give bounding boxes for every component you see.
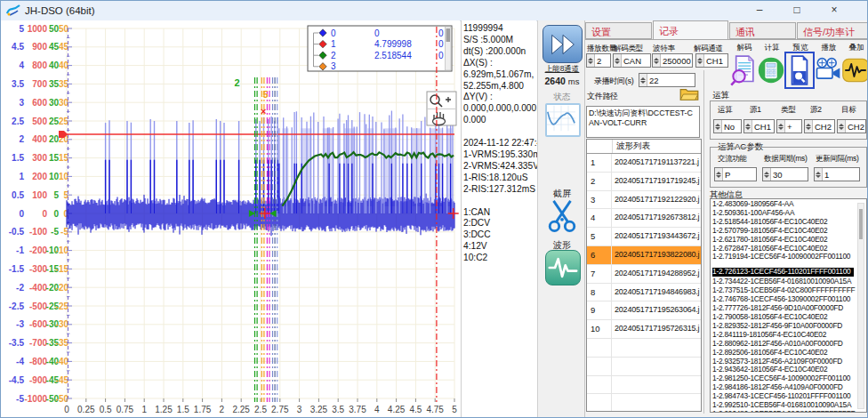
svg-text:0: 0 [53, 209, 59, 219]
svg-text:600: 600 [32, 98, 47, 108]
spinner-arrows[interactable] [587, 54, 595, 67]
spinner-arrows[interactable] [653, 54, 661, 67]
status-label: 状态 [538, 92, 586, 103]
table-row[interactable] [587, 339, 701, 358]
svg-text:-1.5: -1.5 [9, 264, 25, 274]
table-row[interactable]: 12024051717191137221.j [587, 154, 701, 173]
table-row[interactable]: 32024051717192122920.j [587, 191, 701, 210]
op-target-spinner[interactable]: CH2 [837, 119, 866, 133]
legend-scrollbar-handle[interactable] [446, 28, 451, 42]
list-item[interactable]: 1-2.996486-1CEB56F4-02C800FFFFFFFFFF [712, 410, 866, 413]
table-row[interactable]: 82024051717194846983.j [587, 284, 701, 302]
measurement-info-panel: 11999994S/S :5.000Mdt(S) :200.000nΔX(S) … [461, 20, 536, 418]
tab-signal-power[interactable]: 信号/功率计 [797, 22, 868, 39]
waveform-file-table[interactable]: 波形列表 12024051717191137221.j2202405171719… [586, 139, 702, 412]
svg-text:-800: -800 [29, 357, 47, 366]
waveform-plot[interactable]: 54.543.532.521.510.50-0.5-1-1.5-2-2.5-3-… [1, 20, 460, 418]
app-window: JH-DSO (64bit) – □ × 54.543.532.521.510.… [0, 0, 868, 418]
tab-communication[interactable]: 通讯 [729, 22, 796, 39]
svg-text:100: 100 [32, 190, 47, 200]
minimize-button[interactable]: – [741, 1, 778, 20]
svg-text:-2.5: -2.5 [9, 301, 25, 311]
maximize-button[interactable]: □ [778, 1, 816, 20]
browse-folder-button[interactable] [678, 86, 701, 102]
svg-text:-4: -4 [16, 357, 24, 366]
waveform-button[interactable] [545, 250, 581, 285]
tab-divider [585, 39, 868, 40]
spinner-arrows[interactable] [639, 74, 647, 86]
svg-text:0: 0 [438, 39, 444, 49]
svg-text:0.5: 0.5 [12, 190, 24, 200]
overlay-button[interactable] [842, 53, 868, 87]
table-row[interactable] [587, 376, 701, 395]
ac-function-spinner[interactable]: P [714, 167, 757, 181]
ac-params-group: 交流功能 数据周期(ms) 更新间隔(ms) P 30 1 [710, 147, 867, 188]
scrollbar[interactable] [857, 203, 864, 409]
svg-text:10: 10 [49, 172, 60, 181]
play-button[interactable] [815, 53, 841, 87]
scissors-icon[interactable] [545, 198, 579, 234]
list-item[interactable]: 1-2.726123-1CECF456-110201FFFF001100 [712, 268, 854, 277]
op-mode-spinner[interactable]: No [713, 119, 742, 133]
svg-text:50: 50 [49, 24, 60, 34]
table-row[interactable] [587, 358, 701, 376]
playback-count-spinner[interactable]: 2 [586, 53, 611, 68]
tab-settings[interactable]: 设置 [585, 22, 652, 39]
table-row[interactable]: 52024051717193443672.j [587, 228, 701, 246]
control-panel: 设置 记录 通讯 信号/功率计 播放数量 解码类型 波特率 解码通道 2 CAN… [585, 20, 868, 418]
svg-text:0: 0 [438, 51, 444, 60]
op-type-spinner[interactable]: + [776, 119, 802, 133]
scrollbar-handle[interactable] [859, 209, 863, 239]
vertical-toolbar: 上能8通道 2640 ms 状态 截屏 波形 [537, 20, 585, 418]
table-row[interactable]: 102024051717195726315.j [587, 320, 701, 339]
op-source1-spinner[interactable]: CH1 [743, 119, 775, 133]
spinner-arrows[interactable] [696, 54, 704, 67]
data-period-spinner[interactable]: 30 [762, 167, 808, 181]
decode-doc-magnifier-icon [730, 53, 757, 87]
baud-rate-spinner[interactable]: 250000 [652, 53, 693, 68]
list-item[interactable]: 1-2.719194-1CEC56F4-10090002FF001100 [712, 253, 866, 261]
info-line: S/S :5.000M [463, 35, 536, 46]
info-line: 1-VRMS:195.330mV [463, 149, 536, 161]
decode-channel-spinner[interactable]: CH1 [695, 53, 728, 68]
update-interval-spinner[interactable]: 1 [814, 167, 860, 181]
svg-text:2.75: 2.75 [271, 405, 289, 414]
op-header: 运算 [718, 105, 732, 116]
svg-text:1.25: 1.25 [155, 405, 173, 414]
zoom-pan-tools[interactable] [427, 92, 456, 125]
legend[interactable]: 00014.799998022.51854403 [308, 26, 452, 71]
svg-text:200: 200 [32, 172, 47, 181]
svg-text:3.5: 3.5 [12, 79, 24, 89]
table-row[interactable]: 42024051717192673812.j [587, 209, 701, 228]
info-line: 3:DCC [463, 229, 536, 241]
table-row[interactable]: 92024051717195263064.j [587, 301, 701, 320]
svg-text:-400: -400 [29, 283, 47, 293]
upload-channels-link[interactable]: 上能8通道 [538, 64, 586, 75]
calculate-button[interactable] [758, 53, 784, 87]
table-row[interactable]: 22024051717191719245.j [587, 173, 701, 191]
svg-text:1: 1 [141, 405, 147, 414]
spinner-arrows[interactable] [614, 54, 622, 67]
overlay-tool-label: 叠加 [842, 43, 868, 53]
info-line: 0.000 [463, 115, 536, 126]
table-row[interactable]: 62024051717193822080.j [587, 246, 701, 265]
svg-text:5: 5 [452, 405, 457, 414]
close-button[interactable]: × [816, 1, 853, 20]
op-source2-spinner[interactable]: CH2 [804, 119, 835, 133]
tab-record[interactable]: 记录 [653, 20, 728, 40]
table-row[interactable] [587, 394, 701, 412]
svg-text:30: 30 [49, 98, 60, 108]
svg-text:5: 5 [263, 89, 269, 100]
decode-type-spinner[interactable]: CAN [613, 53, 651, 68]
list-item[interactable]: 1-2.892506-181056F4-EC10C40E02 [712, 349, 866, 358]
record-time-spinner[interactable]: 22 [639, 73, 695, 87]
table-row[interactable]: 72024051717194288952.j [587, 265, 701, 284]
svg-text:-5: -5 [51, 227, 59, 237]
decode-button[interactable] [730, 53, 757, 87]
fast-forward-button[interactable] [542, 25, 583, 63]
file-path-field[interactable]: D:\快速访问资料\DCCTEST-CAN-VOLT-CURR [586, 106, 700, 138]
preview-button[interactable] [786, 53, 813, 87]
svg-text:-1000: -1000 [24, 394, 47, 404]
status-waveform-icon[interactable] [545, 103, 581, 137]
frame-data-list[interactable]: 1-2.483069-180956F4-AA1-2.509361-100AF45… [710, 198, 867, 413]
